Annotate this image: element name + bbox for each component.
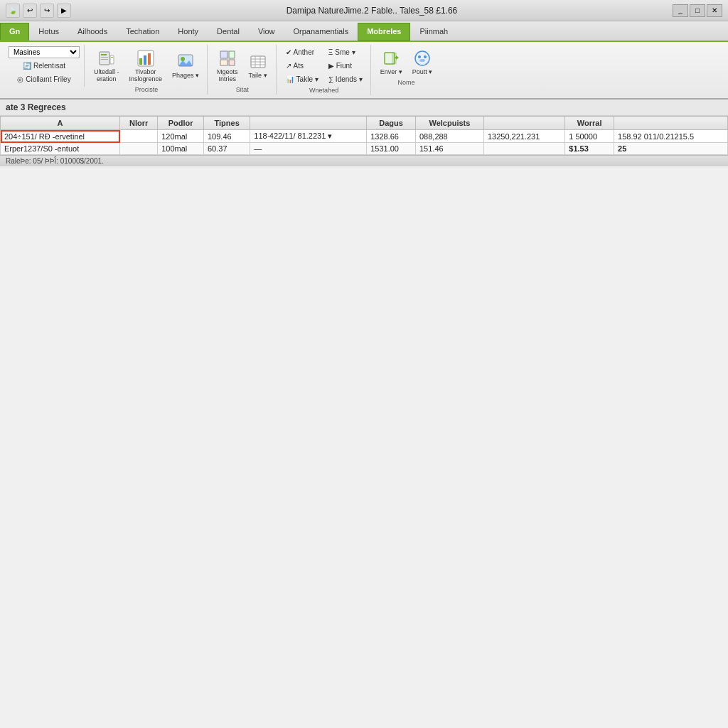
wnetahed-buttons-row1: ✔ Anther ↗ Ats 📊 Takle ▾ Ξ Sme ▾ [282, 46, 366, 85]
tab-orpanamentials[interactable]: Orpanamentials [284, 23, 358, 41]
phages-button[interactable]: Phages ▾ [168, 50, 203, 81]
tab-hotus[interactable]: Hotus [29, 23, 68, 41]
relentisat-label: Relentısat [33, 62, 65, 70]
data-table: A Nlorr Podlor Tipnes Dagus Welcpuists W… [0, 116, 728, 155]
sitat-buttons: MgeotsIntries Taile ▾ [213, 46, 272, 85]
tivabor-button[interactable]: TivaborInslogrence [126, 46, 166, 85]
ats-icon: ↗ [286, 62, 291, 70]
ciolaint-button[interactable]: ◎ Ciollaınt Friley [14, 73, 74, 85]
col-header-empty3 [614, 117, 728, 130]
svg-rect-8 [144, 55, 146, 65]
tab-mobreles[interactable]: Mobreles [358, 23, 410, 41]
title-bar-left: 🍃 ↩ ↪ ▶ [6, 4, 71, 18]
masines-dropdown[interactable]: Masines [9, 46, 80, 58]
cell-worral1[interactable]: 1 50000 [565, 130, 614, 143]
taile-icon [248, 52, 268, 72]
idends-icon: ∑ [328, 75, 333, 83]
fiunt-button[interactable]: ▶ Fiunt [325, 60, 366, 72]
anther-icon: ✔ [286, 48, 291, 56]
col-header-a: A [1, 117, 120, 130]
svg-point-27 [415, 51, 429, 65]
tab-honty[interactable]: Honty [168, 23, 208, 41]
tab-piinmah[interactable]: Piinmah [410, 23, 457, 41]
idends-button[interactable]: ∑ Idends ▾ [325, 73, 366, 85]
col-header-welcpuists: Welcpuists [415, 117, 483, 130]
ats-button[interactable]: ↗ Ats [282, 60, 322, 72]
cell-welcpuists1[interactable]: 088,288 [415, 130, 483, 143]
ribbon-group-dropdown: Masines 🔄 Relentısat ◎ Ciollaınt Friley [4, 45, 85, 87]
status-text: RaleÞe: 05/ ÞÞÎ: 01000$/2001. [6, 157, 104, 165]
cell-welcpuists1b[interactable]: 13250,221.231 [483, 130, 564, 143]
tab-gn[interactable]: Gn [0, 23, 29, 41]
table-row: Erper1237/S0 -entuot 100mal 60.37 — 1531… [1, 143, 728, 155]
enver-button[interactable]: Enver ▾ [377, 46, 406, 77]
phages-icon [176, 52, 196, 72]
takle-button[interactable]: 📊 Takle ▾ [282, 73, 322, 85]
nome-label: Nome [397, 79, 414, 86]
cell-a1[interactable]: 204÷151/ RÐ -ervetinel [1, 130, 120, 143]
svg-rect-3 [101, 59, 108, 60]
cell-podlor2[interactable]: 100mal [158, 143, 204, 155]
idends-label: Idends ▾ [336, 75, 363, 83]
cell-dagus2[interactable]: 1531.00 [367, 143, 416, 155]
taile-label: Taile ▾ [249, 72, 267, 79]
tab-techation[interactable]: Techation [117, 23, 168, 41]
sme-button[interactable]: Ξ Sme ▾ [325, 46, 366, 58]
section-title: ate 3 Regreces [6, 102, 66, 112]
status-bar: RaleÞe: 05/ ÞÞÎ: 01000$/2001. [0, 155, 728, 166]
tab-viow[interactable]: Viow [249, 23, 284, 41]
col-header-dagus: Dagus [367, 117, 416, 130]
ultedall-button[interactable]: Ultedall -eration [90, 46, 123, 85]
tab-ailhoods[interactable]: Ailhoods [68, 23, 117, 41]
minimize-button[interactable]: _ [673, 4, 688, 17]
cell-dagus1[interactable]: 1328.66 [367, 130, 416, 143]
anther-label: Anther [294, 48, 314, 56]
mgeots-button[interactable]: MgeotsIntries [213, 46, 242, 85]
poutt-button[interactable]: Poutt ▾ [409, 46, 437, 77]
ciolaint-icon: ◎ [17, 75, 23, 83]
anther-button[interactable]: ✔ Anther [282, 46, 322, 58]
quick-access-back[interactable]: ↩ [23, 4, 37, 18]
cell-a2[interactable]: Erper1237/S0 -entuot [1, 143, 120, 155]
sme-label: Sme ▾ [335, 48, 355, 56]
tab-dental[interactable]: Dental [208, 23, 249, 41]
close-button[interactable]: ✕ [707, 4, 722, 17]
fiunt-icon: ▶ [328, 62, 334, 70]
col-header-nlorr: Nlorr [120, 117, 158, 130]
svg-point-30 [419, 59, 425, 62]
cell-welcpuists2b[interactable] [483, 143, 564, 155]
cell-welcpuists2[interactable]: 151.46 [415, 143, 483, 155]
poutt-icon [412, 48, 432, 68]
col-header-podlor: Podlor [158, 117, 204, 130]
wnetahed-label: Wnetahed [309, 87, 338, 94]
quick-access-forward[interactable]: ↪ [40, 4, 54, 18]
tivabor-icon [136, 48, 156, 68]
svg-rect-9 [148, 53, 151, 65]
window-title: Damipa NatureJime.2 Fable.. Tales_58 £1.… [287, 6, 458, 16]
cell-tipnes2b[interactable]: — [250, 143, 367, 155]
cell-nlorr2[interactable] [120, 143, 158, 155]
cell-nlorr1[interactable] [120, 130, 158, 143]
maximize-button[interactable]: □ [690, 4, 705, 17]
nome-buttons: Enver ▾ Poutt ▾ [377, 46, 437, 77]
mgeots-label: MgeotsIntries [217, 68, 238, 82]
tivabor-label: TivaborInslogrence [129, 68, 163, 82]
svg-rect-16 [229, 60, 235, 65]
cell-worral2[interactable]: $1.53 [565, 143, 614, 155]
ribbon-group-nome: Enver ▾ Poutt ▾ Nome [373, 45, 441, 87]
cell-worral2b[interactable]: 25 [614, 143, 728, 155]
cell-tipnes1[interactable]: 109.46 [204, 130, 250, 143]
taile-button[interactable]: Taile ▾ [245, 50, 272, 81]
cell-podlor1[interactable]: 120mal [158, 130, 204, 143]
quick-access-run[interactable]: ▶ [57, 4, 71, 18]
cell-tipnes1b[interactable]: 118·422/11/ 81.2231 ▾ [250, 130, 367, 143]
ultedall-label: Ultedall -eration [94, 68, 119, 82]
section-header: ate 3 Regreces [0, 100, 728, 116]
cell-worral1b[interactable]: 158.92 011/0.21215.5 [614, 130, 728, 143]
cell-tipnes2[interactable]: 60.37 [204, 143, 250, 155]
svg-rect-4 [110, 55, 114, 64]
app-icon[interactable]: 🍃 [6, 4, 20, 18]
ribbon-group-wnetahed: ✔ Anther ↗ Ats 📊 Takle ▾ Ξ Sme ▾ [278, 45, 371, 95]
relentisat-button[interactable]: 🔄 Relentısat [19, 60, 69, 72]
poutt-label: Poutt ▾ [412, 68, 433, 75]
